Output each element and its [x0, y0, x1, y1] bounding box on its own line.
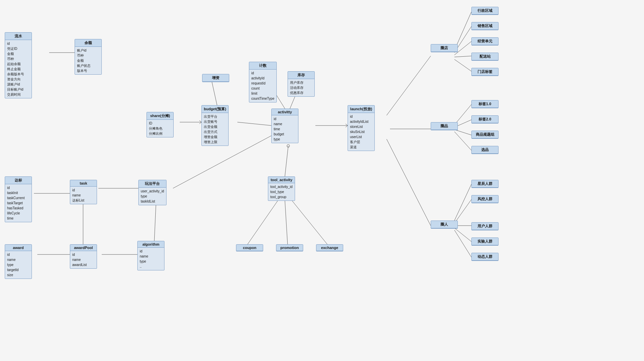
entity-body-activity: idnametimebudgettype [272, 115, 298, 143]
entity-xingchen: 星辰人群 [471, 180, 499, 188]
field-liushui: 凭证ID [7, 46, 30, 51]
field-launch: skuSnList [350, 129, 372, 134]
entity-xingzhen: 行政区域 [471, 7, 499, 15]
entity-body-jishu: idactivityIdrequestIdcountlimitcountTime… [249, 70, 276, 102]
field-awardPool: id [72, 252, 95, 257]
entity-zengzi: 增资 [202, 74, 229, 82]
field-dabiao: hasTasked [7, 206, 30, 211]
svg-line-20 [292, 200, 327, 244]
entity-dongtai: 动态人群 [471, 253, 499, 261]
field-algorithm: .. [140, 264, 162, 269]
field-award: size [7, 272, 30, 278]
entity-quan: 圈店 [431, 44, 458, 52]
field-liushui: 目标账户id [7, 87, 30, 92]
field-jishu: requestId [251, 81, 274, 86]
entity-header-yue: 余额 [75, 39, 101, 47]
entity-header-xiaoshou: 销售区域 [472, 22, 498, 30]
field-budget: 增资上限 [204, 139, 226, 145]
field-wanfa: type [141, 194, 164, 199]
field-launch: activityIdList [350, 119, 372, 124]
field-jishu: activityId [251, 76, 274, 81]
field-activity: time [274, 127, 296, 132]
entity-header-wanfa: 玩法平台 [139, 180, 166, 188]
field-liushui: 金额 [7, 51, 30, 56]
svg-line-23 [387, 139, 431, 226]
field-liushui: 余额版本号 [7, 72, 30, 77]
field-award: type [7, 262, 30, 267]
entity-dabiao: 达标idtaskInittaskCurrenttaskTargethasTask… [5, 176, 32, 222]
svg-line-29 [454, 104, 471, 125]
diagram-canvas: 流水id凭证ID金额币种起始余额终止金额余额版本号资金方向源账户id目标账户id… [0, 0, 644, 361]
field-launch: 客户层 [350, 139, 372, 145]
entity-header-dongtai: 动态人群 [472, 253, 498, 261]
svg-line-39 [154, 204, 156, 241]
svg-point-11 [287, 145, 290, 147]
entity-header-quanren: 圈人 [431, 221, 457, 228]
entity-header-quanpin: 圈品 [431, 122, 457, 130]
field-launch: id [350, 114, 372, 119]
field-yue: 币种 [77, 53, 99, 58]
entity-body-algorithm: idnametype.. [138, 248, 164, 270]
svg-line-37 [454, 230, 471, 257]
field-jishu: limit [251, 91, 274, 96]
field-task: id [72, 188, 95, 193]
entity-body-budget: 出货平台出货账号出货金额出货方式增资金额增资上限 [202, 113, 228, 146]
entity-body-awardPool: idnameawardList [70, 251, 97, 268]
entity-header-share: share(分摊) [147, 112, 173, 120]
svg-line-18 [248, 200, 278, 244]
field-algorithm: name [140, 254, 162, 259]
entity-header-dabiao: 达标 [5, 177, 32, 184]
entity-header-coupon: coupon [236, 245, 263, 251]
entity-header-biaoqian1: 标签1.0 [472, 100, 498, 108]
entity-body-yue: 账户id币种金额账户状态版本号 [75, 47, 101, 74]
field-kucun: 活动库存 [290, 85, 312, 90]
entity-quanpin: 圈品 [431, 122, 458, 130]
field-award: id [7, 252, 30, 257]
entity-peisong: 配送站 [471, 53, 499, 61]
entity-activity: activittyidnametimebudgettype [271, 109, 298, 143]
entity-jishu: 计数idactivityIdrequestIdcountlimitcountTi… [249, 62, 277, 102]
entity-header-algorithm: algorithm [138, 241, 164, 248]
entity-biaoqian2: 标签2.0 [471, 115, 499, 124]
field-kucun: 优惠库存 [290, 90, 312, 95]
entity-fengkong: 风控人群 [471, 195, 499, 203]
field-liushui: 资金方向 [7, 77, 30, 82]
field-awardPool: awardList [72, 262, 95, 267]
entity-header-shiyan: 实验人群 [472, 238, 498, 245]
svg-line-38 [212, 82, 217, 105]
field-jishu: countTimeType [251, 96, 274, 101]
entity-body-tool_activity: tool_activity_idtool_typetool_group [268, 183, 295, 201]
field-share: 分摊比例 [149, 131, 171, 136]
field-budget: 出货方式 [204, 129, 226, 134]
field-task: name [72, 193, 95, 198]
field-launch: 渠道 [350, 145, 372, 150]
entity-exchange: exchange [316, 244, 343, 251]
entity-kucun: 库存用户库存活动库存优惠库存 [288, 71, 315, 97]
entity-shiyan: 实验人群 [471, 238, 499, 246]
entity-header-mendian: 门店标签 [472, 68, 498, 76]
entity-liushui: 流水id凭证ID金额币种起始余额终止金额余额版本号资金方向源账户id目标账户id… [5, 32, 32, 98]
entity-jingying: 经营单元 [471, 37, 499, 45]
field-algorithm: type [140, 259, 162, 264]
field-dabiao: taskCurrent [7, 195, 30, 201]
entity-header-budget: budget(预算) [202, 106, 228, 113]
svg-line-31 [454, 130, 471, 135]
field-liushui: 起始余额 [7, 61, 30, 66]
svg-line-34 [454, 200, 471, 223]
entity-share: share(分摊)ID分摊角色分摊比例 [147, 112, 174, 137]
entity-awardPool: awardPoolidnameawardList [70, 244, 97, 269]
field-dabiao: taskInit [7, 190, 30, 195]
field-budget: 出货金额 [204, 124, 226, 129]
field-tool_activity: tool_group [270, 194, 293, 200]
field-budget: 出货账号 [204, 119, 226, 124]
entity-header-quan: 圈店 [431, 44, 457, 52]
entity-header-award: award [5, 245, 32, 251]
entity-promotion: promotion [276, 244, 303, 251]
entity-header-exchange: exchange [316, 245, 343, 251]
entity-header-xingzhen: 行政区域 [472, 7, 498, 15]
entity-body-liushui: id凭证ID金额币种起始余额终止金额余额版本号资金方向源账户id目标账户id交易… [5, 40, 32, 98]
field-award: targetId [7, 267, 30, 272]
field-dabiao: id [7, 185, 30, 190]
field-launch: storeList [350, 124, 372, 129]
field-liushui: id [7, 41, 30, 46]
